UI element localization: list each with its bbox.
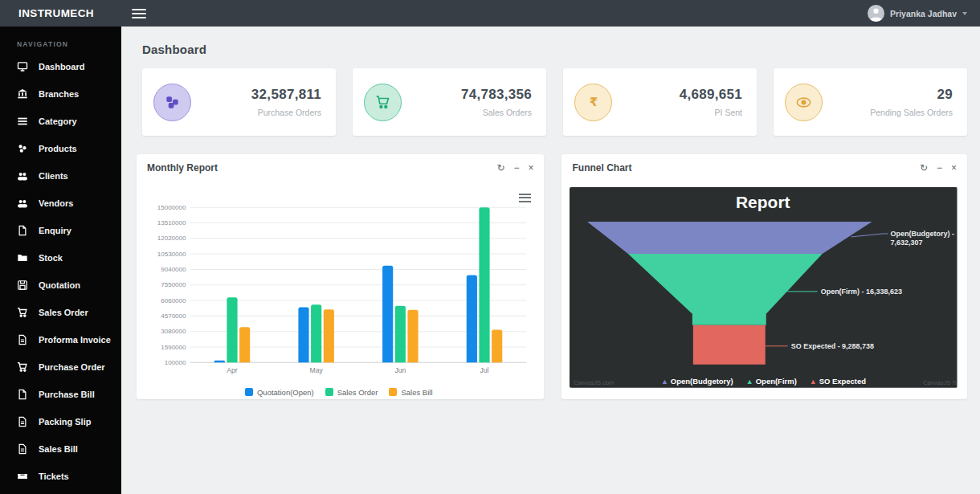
y-tick-label: 13510000	[157, 219, 186, 227]
legend-item[interactable]: Sales Order	[325, 388, 378, 397]
stat-card: 32,587,811Purchase Orders	[142, 68, 336, 136]
refresh-icon[interactable]: ↻	[920, 163, 928, 173]
funnel-label: 7,632,307	[891, 239, 923, 247]
list-icon	[17, 116, 28, 127]
sidebar-item-branches[interactable]: Branches	[0, 80, 121, 108]
y-tick-label: 7550000	[161, 281, 186, 288]
legend-item[interactable]: Sales Bill	[389, 388, 432, 397]
ticket-icon	[17, 471, 28, 482]
panel-tools: ↻−×	[496, 163, 533, 173]
sidebar-item-label: Purchase Bill	[39, 390, 95, 399]
stat-value: 29	[870, 87, 953, 103]
sidebar-item-label: Packing Slip	[39, 417, 91, 427]
file-icon	[17, 225, 28, 236]
y-tick-label: 10530000	[157, 251, 186, 258]
bar	[239, 327, 250, 362]
panel-tools: ↻−×	[920, 163, 957, 173]
invoice-icon	[17, 334, 28, 345]
user-menu[interactable]: Priyanka Jadhav	[868, 5, 967, 22]
legend-item[interactable]: Quotation(Open)	[245, 388, 314, 397]
cart-icon	[17, 307, 28, 318]
sidebar-item-packing-slip[interactable]: Packing Slip	[0, 408, 121, 435]
y-tick-label: 15000000	[157, 204, 186, 211]
funnel-chart-panel: Funnel Chart ↻−× ReportOpen(Budgetory) -…	[561, 154, 967, 399]
stat-label: Pending Sales Orders	[870, 108, 953, 117]
sidebar-item-stock[interactable]: Stock	[0, 244, 121, 271]
eye-icon	[785, 84, 823, 121]
sidebar-item-label: Clients	[39, 171, 68, 181]
menu-toggle-icon[interactable]	[132, 6, 146, 21]
sidebar-item-label: Dashboard	[39, 62, 84, 71]
sidebar-item-enquiry[interactable]: Enquiry	[0, 217, 121, 244]
monthly-report-panel: Monthly Report ↻−× 100000159000030800004…	[137, 154, 544, 399]
minimize-icon[interactable]: −	[937, 163, 942, 173]
funnel-label: Open(Firm) - 16,338,623	[821, 288, 902, 296]
legend-item[interactable]: ▲Open(Budgetory)	[661, 377, 733, 386]
sidebar-item-dashboard[interactable]: Dashboard	[0, 53, 121, 80]
sidebar-item-label: Quotation	[39, 280, 80, 290]
y-tick-label: 3080000	[161, 328, 186, 335]
sidebar: NAVIGATION DashboardBranchesCategoryProd…	[0, 27, 121, 494]
sidebar-item-tickets[interactable]: Tickets	[0, 463, 121, 490]
sidebar-item-label: Sales Order	[39, 308, 88, 317]
sidebar-nav: DashboardBranchesCategoryProductsClients…	[0, 53, 121, 490]
legend-marker: ▲	[746, 378, 753, 386]
file-icon	[17, 389, 28, 400]
legend-swatch	[389, 388, 397, 396]
panels-row: Monthly Report ↻−× 100000159000030800004…	[137, 154, 967, 399]
legend-label: SO Expected	[819, 377, 867, 386]
watermark-right: CanvasJS Trial	[924, 379, 958, 386]
sidebar-item-quotation[interactable]: Quotation	[0, 271, 121, 299]
y-tick-label: 12020000	[157, 235, 186, 242]
sidebar-item-label: Products	[39, 144, 77, 153]
bar	[479, 207, 489, 362]
close-icon[interactable]: ×	[528, 163, 533, 173]
refresh-icon[interactable]: ↻	[496, 163, 504, 173]
sidebar-item-label: Sales Bill	[39, 444, 78, 454]
topbar: INSTRUMECH Priyanka Jadhav	[0, 0, 980, 27]
stat-label: PI Sent	[680, 108, 742, 117]
sidebar-item-label: Proforma Invoice	[39, 335, 111, 345]
y-tick-label: 4570000	[161, 312, 186, 320]
cubes-icon	[153, 84, 191, 121]
sidebar-item-label: Category	[39, 116, 77, 126]
stat-card: ₹4,689,651PI Sent	[563, 68, 757, 136]
sidebar-item-label: Stock	[39, 253, 63, 263]
chart-export-menu-icon[interactable]	[519, 191, 531, 204]
funnel-label: SO Expected - 9,288,738	[791, 342, 874, 350]
monthly-report-chart: 1000001590000308000045700006060000755000…	[137, 182, 544, 397]
sidebar-item-products[interactable]: Products	[0, 135, 121, 162]
stat-label: Sales Orders	[461, 108, 532, 117]
app-root: INSTRUMECH Priyanka Jadhav NAVIGATION Da…	[0, 0, 980, 494]
x-tick-label: Jun	[394, 366, 406, 374]
funnel-segment-open-budgetory	[587, 222, 872, 254]
users-icon	[17, 170, 28, 182]
sidebar-item-proforma-invoice[interactable]: Proforma Invoice	[0, 326, 121, 353]
sidebar-item-sales-order[interactable]: Sales Order	[0, 299, 121, 326]
panel-title: Funnel Chart	[572, 162, 631, 174]
sidebar-item-vendors[interactable]: Vendors	[0, 190, 121, 217]
sidebar-item-sales-bill[interactable]: Sales Bill	[0, 435, 121, 463]
cart-stat-icon	[364, 84, 402, 121]
legend-label: Sales Order	[337, 388, 378, 397]
rupee-icon: ₹	[574, 84, 612, 121]
close-icon[interactable]: ×	[951, 163, 957, 173]
brand-logo[interactable]: INSTRUMECH	[0, 7, 121, 19]
legend-label: Open(Firm)	[756, 377, 797, 386]
minimize-icon[interactable]: −	[513, 163, 519, 173]
sidebar-item-category[interactable]: Category	[0, 108, 121, 135]
panel-header: Monthly Report ↻−×	[137, 154, 544, 182]
sidebar-item-label: Purchase Order	[39, 362, 105, 372]
bar	[382, 266, 393, 363]
bar	[227, 297, 237, 362]
sidebar-item-purchase-order[interactable]: Purchase Order	[0, 353, 121, 381]
nav-section-label: NAVIGATION	[0, 27, 121, 53]
sidebar-item-purchase-bill[interactable]: Purchase Bill	[0, 381, 121, 408]
bar	[407, 310, 418, 362]
bar	[214, 361, 225, 363]
legend-marker: ▲	[810, 378, 817, 386]
monitor-icon	[17, 61, 28, 72]
sidebar-item-clients[interactable]: Clients	[0, 162, 121, 190]
sidebar-item-label: Branches	[39, 89, 79, 99]
funnel-label: Open(Budgetory) -	[891, 230, 954, 238]
